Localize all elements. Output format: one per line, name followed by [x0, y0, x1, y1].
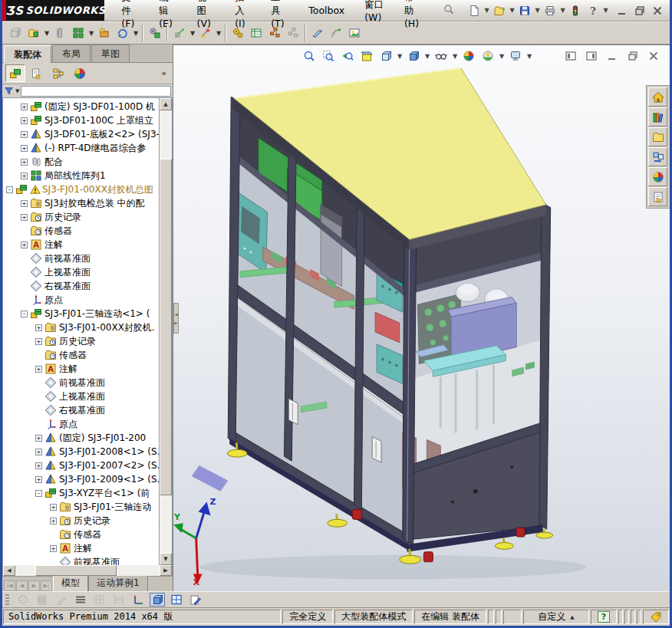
- view-settings-icon[interactable]: [507, 48, 524, 64]
- scroll-down-icon[interactable]: ▼: [160, 553, 172, 565]
- show-hidden-components-button[interactable]: [146, 24, 164, 42]
- expand-icon[interactable]: +: [21, 214, 28, 221]
- tree-item[interactable]: +历史记录: [3, 514, 159, 528]
- search-icon[interactable]: [443, 3, 455, 18]
- move-component-button[interactable]: [114, 24, 132, 42]
- hide-show-items-icon-dropdown[interactable]: ▼: [452, 53, 458, 60]
- print-icon[interactable]: [542, 2, 558, 19]
- menu-item-8[interactable]: 帮助(H): [404, 0, 423, 29]
- file-explorer-tab[interactable]: [648, 127, 667, 146]
- simulation-advisor-button[interactable]: [327, 24, 345, 42]
- machine-3d-model[interactable]: Z Y X: [173, 45, 670, 586]
- appearances-scenes-tab[interactable]: [648, 167, 667, 186]
- expand-icon[interactable]: +: [21, 104, 28, 110]
- save-icon[interactable]: [516, 2, 533, 19]
- assembly-features-button[interactable]: [170, 24, 189, 42]
- view-orientation-icon[interactable]: [377, 48, 394, 64]
- tree-item[interactable]: +配合: [3, 155, 159, 169]
- view-orientation-icon-dropdown[interactable]: ▼: [397, 53, 403, 60]
- bill-of-materials-button[interactable]: [247, 24, 265, 42]
- expand-icon[interactable]: +: [35, 324, 42, 331]
- linear-component-pattern-button[interactable]: [69, 24, 87, 42]
- expand-icon[interactable]: +: [21, 159, 28, 166]
- interference-detection-button[interactable]: [308, 24, 327, 42]
- print-icon-dropdown[interactable]: ▼: [559, 7, 566, 14]
- insert-component-button[interactable]: [6, 24, 25, 42]
- tree-item[interactable]: 传感器: [3, 224, 159, 238]
- previous-view-icon[interactable]: [339, 48, 356, 64]
- tree-item[interactable]: 原点: [3, 293, 159, 307]
- filter-funnel-icon[interactable]: [4, 86, 14, 96]
- tree-item[interactable]: +SJ3-FJ01-三轴连动: [3, 500, 159, 514]
- collapse-icon[interactable]: -: [21, 311, 28, 317]
- reference-geometry-button[interactable]: [196, 24, 215, 42]
- linear-component-pattern-dropdown[interactable]: ▼: [87, 30, 95, 37]
- save-icon-dropdown[interactable]: ▼: [534, 7, 541, 14]
- tree-item[interactable]: 右视基准面: [3, 403, 159, 417]
- custom-properties-tab[interactable]: [648, 187, 667, 206]
- doc-tab-nav-next[interactable]: ▶: [28, 580, 40, 591]
- status-customize[interactable]: 自定义▲: [523, 610, 589, 624]
- tree-item[interactable]: +SJ3-FJ01-2007<2> (S.: [3, 459, 159, 472]
- tree-item[interactable]: 传感器: [3, 528, 159, 541]
- explode-line-sketch-button[interactable]: [284, 24, 302, 42]
- tree-item[interactable]: +历史记录: [3, 210, 159, 224]
- open-document-icon-dropdown[interactable]: ▼: [509, 7, 516, 14]
- move-component-dropdown[interactable]: ▼: [132, 30, 140, 37]
- menu-item-6[interactable]: Toolbox: [308, 5, 344, 16]
- section-view-icon[interactable]: [358, 48, 375, 64]
- close-doc-button[interactable]: [647, 50, 660, 61]
- tree-item[interactable]: -SJ3-FJ01-三轴连动<1> (: [3, 307, 159, 321]
- filter-caret-icon[interactable]: ▼: [15, 88, 19, 94]
- edit-appearance-tool-icon[interactable]: [188, 593, 203, 607]
- tree-item[interactable]: -SJ3-XYZ平台<1> (前: [3, 486, 159, 500]
- minimize-button[interactable]: [615, 5, 628, 16]
- pane-display-right-button[interactable]: [585, 50, 598, 61]
- tree-item[interactable]: 上视基准面: [3, 390, 159, 403]
- tree-item[interactable]: +(-) RPT-4D继电器综合参: [3, 141, 159, 155]
- tree-item[interactable]: 右视基准面: [3, 279, 159, 293]
- scrollbar-thumb[interactable]: [35, 565, 116, 576]
- scroll-right-icon[interactable]: ▶: [160, 565, 172, 576]
- mate-button[interactable]: [51, 24, 69, 42]
- expand-icon[interactable]: +: [35, 338, 42, 345]
- tree-item[interactable]: 前视基准面: [3, 555, 159, 565]
- scrollbar-thumb[interactable]: [160, 159, 172, 495]
- edit-appearance-icon[interactable]: [460, 48, 477, 64]
- doc-tab-1[interactable]: 模型: [53, 575, 88, 591]
- collapse-icon[interactable]: -: [35, 490, 42, 497]
- tree-item[interactable]: 前视基准面: [3, 376, 159, 390]
- tree-item[interactable]: +历史记录: [3, 334, 159, 348]
- apply-scene-icon-dropdown[interactable]: ▼: [499, 53, 505, 60]
- expand-icon[interactable]: +: [35, 435, 42, 442]
- propertymanager-tab[interactable]: [27, 64, 47, 82]
- tree-item[interactable]: +(固定) SJ3-FJ01-200: [3, 431, 159, 445]
- scroll-left-icon[interactable]: ◀: [3, 565, 15, 576]
- close-button[interactable]: [651, 5, 664, 16]
- reference-geometry-dropdown[interactable]: ▼: [215, 30, 222, 37]
- toolbar-grip[interactable]: [5, 594, 9, 606]
- viewport-split-tool-icon[interactable]: [169, 593, 184, 607]
- help-icon[interactable]: ?: [585, 2, 601, 19]
- status-help[interactable]: ?: [591, 610, 617, 624]
- tree-item[interactable]: +SJ3封胶电检总装 中的配: [3, 196, 159, 210]
- assembly-features-dropdown[interactable]: ▼: [189, 30, 196, 37]
- apply-scene-icon[interactable]: [479, 48, 496, 64]
- smart-fasteners-button[interactable]: [95, 24, 114, 42]
- isometric-view-tool-icon[interactable]: [150, 593, 165, 607]
- collapse-icon[interactable]: -: [6, 186, 13, 193]
- tree-item[interactable]: +(固定) SJ3-DF01-100D 机: [3, 100, 159, 113]
- tree-item[interactable]: +SJ3-FJ01-2009<1> (S.: [3, 472, 159, 486]
- displaymanager-tab[interactable]: [70, 64, 90, 82]
- doc-tab-2[interactable]: 运动算例1: [88, 575, 148, 591]
- view-settings-icon-dropdown[interactable]: ▼: [526, 53, 532, 60]
- expand-icon[interactable]: +: [50, 545, 57, 552]
- restore-button[interactable]: [633, 5, 646, 16]
- tree-item[interactable]: +局部线性阵列1: [3, 169, 159, 182]
- insert-components-button[interactable]: [25, 24, 43, 42]
- large-design-review-button[interactable]: [345, 24, 364, 42]
- tree-item[interactable]: +SJ3-FJ01-2008<1> (S.: [3, 445, 159, 459]
- expand-icon[interactable]: +: [50, 518, 57, 524]
- tree-item[interactable]: +A注解: [3, 362, 159, 376]
- expand-icon[interactable]: +: [35, 462, 42, 469]
